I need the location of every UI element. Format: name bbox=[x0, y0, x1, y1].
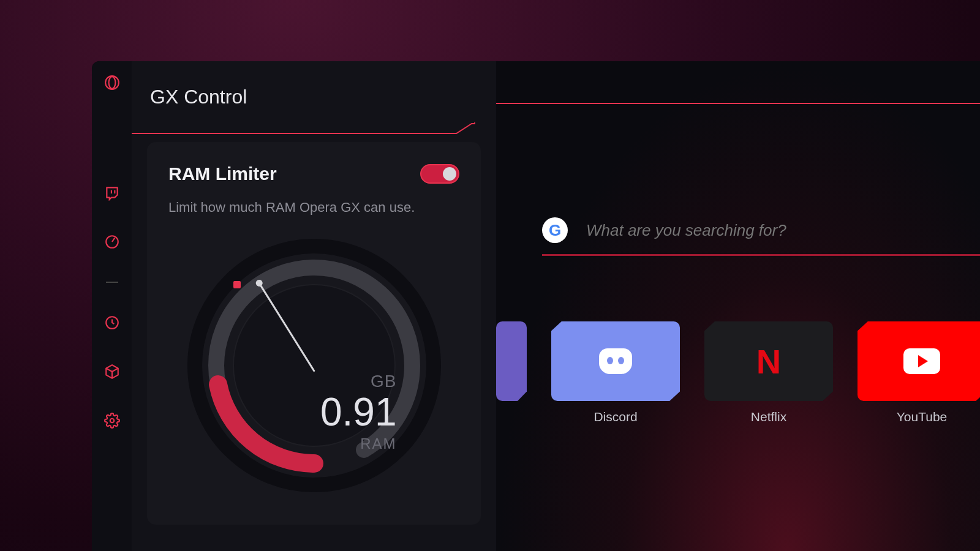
tile-netflix-label: Netflix bbox=[751, 410, 786, 424]
gauge-unit: GB bbox=[320, 372, 397, 391]
search-input[interactable] bbox=[586, 221, 980, 240]
gx-control-panel: GX Control RAM Limiter Limit how much RA… bbox=[132, 61, 496, 551]
browser-window: GX Control RAM Limiter Limit how much RA… bbox=[92, 61, 980, 551]
tile-youtube-label: YouTube bbox=[897, 410, 948, 424]
tile-twitch[interactable] bbox=[496, 321, 527, 401]
tab-strip[interactable] bbox=[496, 61, 980, 104]
speed-dial-tiles: Discord N Netflix YouTube bbox=[496, 321, 980, 424]
limiter-gauge-icon[interactable] bbox=[103, 233, 121, 251]
panel-title-text: GX Control bbox=[150, 86, 247, 108]
cube-icon[interactable] bbox=[103, 362, 121, 381]
sidebar-divider bbox=[106, 282, 118, 283]
tile-youtube-box[interactable] bbox=[858, 321, 980, 401]
card-header: RAM Limiter bbox=[168, 163, 459, 184]
settings-gear-icon[interactable] bbox=[103, 411, 121, 430]
gauge-readout: GB 0.91 RAM bbox=[320, 372, 397, 452]
gauge-value: 0.91 bbox=[320, 392, 397, 432]
search-bar[interactable]: G bbox=[542, 217, 980, 256]
svg-point-1 bbox=[108, 77, 115, 89]
tile-youtube[interactable]: YouTube bbox=[858, 321, 980, 424]
search-engine-google-icon[interactable]: G bbox=[542, 217, 568, 243]
tile-discord-label: Discord bbox=[594, 410, 637, 424]
background-art bbox=[496, 61, 980, 551]
header-accent-border bbox=[132, 122, 496, 124]
svg-point-0 bbox=[105, 76, 119, 89]
ram-limiter-title: RAM Limiter bbox=[168, 163, 277, 184]
netflix-icon: N bbox=[756, 342, 781, 381]
youtube-icon bbox=[903, 348, 940, 374]
ram-limiter-card: RAM Limiter Limit how much RAM Opera GX … bbox=[147, 142, 481, 525]
ram-limiter-toggle[interactable] bbox=[420, 164, 459, 184]
clock-icon[interactable] bbox=[103, 313, 121, 332]
gauge-label: RAM bbox=[320, 435, 397, 452]
svg-point-6 bbox=[110, 419, 114, 423]
tile-discord[interactable]: Discord bbox=[551, 321, 680, 424]
tile-netflix[interactable]: N Netflix bbox=[704, 321, 833, 424]
ram-limiter-description: Limit how much RAM Opera GX can use. bbox=[168, 200, 459, 216]
ram-gauge[interactable]: GB 0.91 RAM bbox=[186, 237, 443, 494]
panel-title: GX Control bbox=[132, 61, 496, 124]
sidebar bbox=[92, 61, 132, 551]
gauge-handle[interactable] bbox=[233, 281, 241, 288]
tile-netflix-box[interactable]: N bbox=[704, 321, 833, 401]
tile-discord-box[interactable] bbox=[551, 321, 680, 401]
discord-icon bbox=[599, 348, 632, 374]
tile-twitch-box[interactable] bbox=[496, 321, 527, 401]
main-area: G Discord N Netflix bbox=[496, 61, 980, 551]
twitch-icon[interactable] bbox=[103, 184, 121, 202]
toggle-knob bbox=[443, 167, 456, 181]
opera-logo-icon[interactable] bbox=[103, 73, 121, 92]
